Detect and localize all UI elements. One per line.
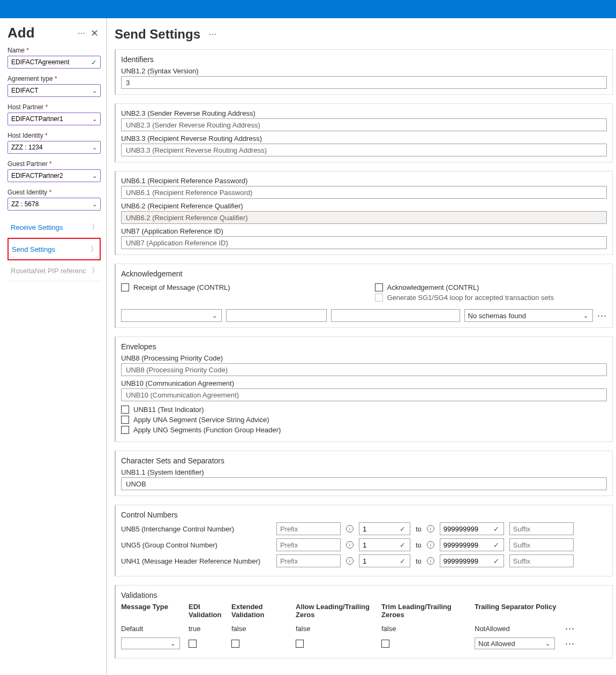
unb23-input[interactable] xyxy=(121,118,607,131)
control-row: UNH1 (Message Header Reference Number) i… xyxy=(121,554,607,567)
unb10-label: UNB10 (Communication Agreement) xyxy=(121,379,607,387)
ack-schemas-select[interactable]: No schemas found⌄ xyxy=(464,309,593,322)
to-input[interactable]: ✓ xyxy=(440,538,504,551)
unb8-input[interactable] xyxy=(121,363,607,376)
host-partner-label: Host Partner xyxy=(7,103,101,111)
chevron-right-icon: 〉 xyxy=(91,244,97,254)
host-partner-select[interactable]: ⌄ xyxy=(7,112,101,125)
envelopes-section: Envelopes UNB8 (Processing Priority Code… xyxy=(115,336,613,442)
info-icon[interactable]: i xyxy=(346,541,354,549)
check-icon: ✓ xyxy=(493,525,499,533)
check-icon: ✓ xyxy=(91,58,97,66)
una-label: Apply UNA Segment (Service String Advice… xyxy=(133,416,269,424)
unb33-label: UNB3.3 (Recipient Reverse Routing Addres… xyxy=(121,134,607,142)
ext-checkbox[interactable] xyxy=(231,640,239,648)
info-icon[interactable]: i xyxy=(346,557,354,565)
to-input[interactable]: ✓ xyxy=(440,522,504,535)
separator-policy-select[interactable]: Not Allowed⌄ xyxy=(475,638,555,649)
agreement-type-select[interactable]: ⌄ xyxy=(7,84,101,97)
charset-section: Character Sets and Separators UNB1.1 (Sy… xyxy=(115,451,613,496)
control-section: Control Numbers UNB5 (Interchange Contro… xyxy=(115,505,613,576)
unb62-label: UNB6.2 (Recipient Reference Qualifier) xyxy=(121,202,607,210)
section-title: Control Numbers xyxy=(121,511,607,519)
unb11-input[interactable] xyxy=(121,477,607,490)
nav-receive-settings[interactable]: Receive Settings 〉 xyxy=(7,217,101,238)
chevron-down-icon: ⌄ xyxy=(212,312,217,319)
more-icon[interactable]: ··· xyxy=(74,28,88,39)
host-identity-label: Host Identity xyxy=(7,132,101,139)
control-row: UNG5 (Group Control Number) i ✓ to i ✓ xyxy=(121,538,607,551)
close-icon[interactable]: ✕ xyxy=(88,27,101,39)
control-row: UNB5 (Interchange Control Number) i ✓ to… xyxy=(121,522,607,535)
chevron-right-icon: 〉 xyxy=(92,266,99,275)
sidebar: Add ··· ✕ Name ✓ Agreement type ⌄ Host P… xyxy=(0,18,107,675)
unb10-input[interactable] xyxy=(121,388,607,401)
chevron-right-icon: 〉 xyxy=(92,222,99,232)
more-icon[interactable]: ··· xyxy=(597,310,607,321)
unb11-label: UNB1.1 (System Identifier) xyxy=(121,468,607,476)
chevron-down-icon: ⌄ xyxy=(92,144,97,151)
unb7-input[interactable] xyxy=(121,236,607,249)
to-input[interactable]: ✓ xyxy=(440,554,504,567)
validation-row: ⌄ Not Allowed⌄ ··· xyxy=(121,638,607,649)
from-input[interactable]: ✓ xyxy=(359,538,410,551)
name-input[interactable]: ✓ xyxy=(7,56,101,69)
more-icon[interactable]: ··· xyxy=(564,638,576,649)
chevron-down-icon: ⌄ xyxy=(92,201,97,208)
unb5-label: UNB5 (Interchange Control Number) xyxy=(121,525,271,533)
from-input[interactable]: ✓ xyxy=(359,522,410,535)
unb12-input[interactable] xyxy=(121,76,607,89)
more-icon[interactable]: ··· xyxy=(564,623,576,634)
nav-rosettanet[interactable]: RosettaNet PIP referenc 〉 xyxy=(7,260,101,281)
check-icon: ✓ xyxy=(400,557,405,565)
prefix-input[interactable] xyxy=(276,538,341,551)
validations-header: Message Type EDI Validation Extended Val… xyxy=(121,603,607,619)
top-bar xyxy=(0,0,616,18)
nav-send-settings[interactable]: Send Settings 〉 xyxy=(7,238,101,260)
guest-partner-select[interactable]: ⌄ xyxy=(7,169,101,182)
unb33-input[interactable] xyxy=(121,144,607,156)
unb11-checkbox[interactable] xyxy=(121,406,129,414)
ack-label: Acknowledgement (CONTRL) xyxy=(387,283,479,291)
ack-select-3[interactable] xyxy=(331,309,460,322)
suffix-input[interactable] xyxy=(509,522,574,535)
ack-checkbox[interactable] xyxy=(375,283,383,291)
agreement-type-label: Agreement type xyxy=(7,75,101,82)
host-identity-select[interactable]: ⌄ xyxy=(7,141,101,154)
unb61-label: UNB6.1 (Recipient Reference Password) xyxy=(121,177,607,185)
check-icon: ✓ xyxy=(400,541,405,549)
suffix-input[interactable] xyxy=(509,538,574,551)
allow-zero-checkbox[interactable] xyxy=(296,640,304,648)
to-label: to xyxy=(416,525,422,533)
message-type-select[interactable]: ⌄ xyxy=(121,638,180,649)
trim-zero-checkbox[interactable] xyxy=(381,640,389,648)
info-icon[interactable]: i xyxy=(427,541,434,549)
chevron-down-icon: ⌄ xyxy=(583,312,588,319)
una-checkbox[interactable] xyxy=(121,416,129,424)
prefix-input[interactable] xyxy=(276,522,341,535)
info-icon[interactable]: i xyxy=(427,525,434,532)
identifiers-section-2: UNB2.3 (Sender Reverse Routing Address) … xyxy=(115,103,613,162)
check-icon: ✓ xyxy=(493,541,499,549)
info-icon[interactable]: i xyxy=(346,525,354,532)
edi-checkbox[interactable] xyxy=(189,640,197,648)
ung5-label: UNG5 (Group Control Number) xyxy=(121,541,271,549)
unb61-input[interactable] xyxy=(121,186,607,199)
guest-identity-label: Guest Identity xyxy=(7,189,101,196)
suffix-input[interactable] xyxy=(509,554,574,567)
info-icon[interactable]: i xyxy=(427,557,434,565)
from-input[interactable]: ✓ xyxy=(359,554,410,567)
section-title: Envelopes xyxy=(121,342,607,351)
to-label: to xyxy=(416,557,422,565)
unb8-label: UNB8 (Processing Priority Code) xyxy=(121,354,607,362)
prefix-input[interactable] xyxy=(276,554,341,567)
ung-label: Apply UNG Segments (Function Group Heade… xyxy=(133,426,281,434)
receipt-checkbox[interactable] xyxy=(121,283,129,291)
nav-label: Receive Settings xyxy=(11,223,63,231)
ung-checkbox[interactable] xyxy=(121,426,129,434)
more-icon[interactable]: ··· xyxy=(206,29,220,40)
unb62-input[interactable] xyxy=(121,211,607,224)
guest-identity-select[interactable]: ⌄ xyxy=(7,198,101,211)
ack-select-2[interactable] xyxy=(226,309,327,322)
ack-select-1[interactable]: ⌄ xyxy=(121,309,222,322)
